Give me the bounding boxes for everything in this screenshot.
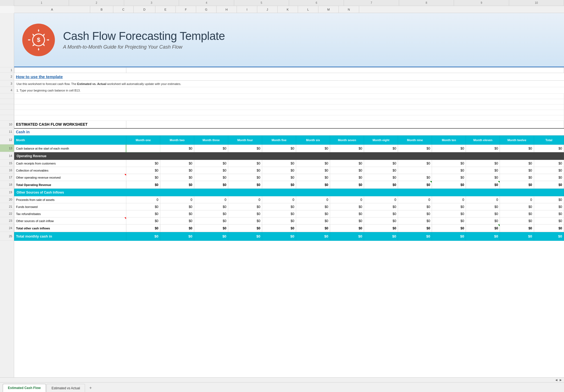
tax-4[interactable]: $0	[228, 210, 262, 217]
oi-3[interactable]: $0	[194, 217, 228, 225]
funds-4[interactable]: $0	[228, 203, 262, 210]
tax-10[interactable]: $0	[432, 210, 466, 217]
recv-9[interactable]	[398, 167, 432, 174]
proceeds-3[interactable]: 0	[194, 196, 228, 203]
funds-7[interactable]: $0	[330, 203, 364, 210]
other-rev-7[interactable]: $0	[330, 174, 364, 181]
balance-col9[interactable]: $0	[398, 145, 432, 152]
balance-col5[interactable]: $0	[262, 145, 296, 152]
proceeds-10[interactable]: 0	[432, 196, 466, 203]
receipts-12[interactable]: $0	[500, 160, 534, 167]
receipts-10[interactable]: $0	[432, 160, 466, 167]
other-rev-8[interactable]: $0	[364, 174, 398, 181]
oi-9[interactable]: $0	[398, 217, 432, 225]
oi-1[interactable]: $0	[126, 217, 160, 225]
other-rev-3[interactable]: $0	[194, 174, 228, 181]
funds-5[interactable]: $0	[262, 203, 296, 210]
other-rev-2[interactable]: $0	[160, 174, 194, 181]
receipts-3[interactable]: $0	[194, 160, 228, 167]
funds-11[interactable]: $0	[466, 203, 500, 210]
tax-5[interactable]: $0	[262, 210, 296, 217]
scroll-left-icon[interactable]: ◀	[555, 378, 557, 381]
tax-total[interactable]: $0	[534, 210, 564, 217]
oi-8[interactable]: $0	[364, 217, 398, 225]
scroll-right-icon[interactable]: ▶	[560, 378, 562, 381]
tax-12[interactable]: $0	[500, 210, 534, 217]
receipts-7[interactable]: $0	[330, 160, 364, 167]
receipts-5[interactable]: $0	[262, 160, 296, 167]
receipts-6[interactable]: $0	[296, 160, 330, 167]
recv-1[interactable]: $0	[126, 167, 160, 174]
other-rev-9[interactable]: $0	[398, 174, 432, 181]
other-rev-4[interactable]: $0	[228, 174, 262, 181]
funds-2[interactable]: $0	[160, 203, 194, 210]
tax-8[interactable]: $0	[364, 210, 398, 217]
receipts-1[interactable]: $0	[126, 160, 160, 167]
receipts-total[interactable]: $0	[534, 160, 564, 167]
oi-6[interactable]: $0	[296, 217, 330, 225]
balance-col11[interactable]: $0	[466, 145, 500, 152]
balance-total[interactable]: $0	[534, 145, 564, 152]
funds-1[interactable]: $0	[126, 203, 160, 210]
other-rev-5[interactable]: $0	[262, 174, 296, 181]
proceeds-6[interactable]: 0	[296, 196, 330, 203]
balance-col1[interactable]	[126, 145, 160, 152]
receipts-4[interactable]: $0	[228, 160, 262, 167]
other-rev-12[interactable]: $0	[500, 174, 534, 181]
other-rev-6[interactable]: $0	[296, 174, 330, 181]
proceeds-total[interactable]: $0	[534, 196, 564, 203]
tax-7[interactable]: $0	[330, 210, 364, 217]
recv-6[interactable]: $0	[296, 167, 330, 174]
tax-3[interactable]: $0	[194, 210, 228, 217]
proceeds-9[interactable]: 0	[398, 196, 432, 203]
other-rev-10[interactable]: $0	[432, 174, 466, 181]
funds-3[interactable]: $0	[194, 203, 228, 210]
oi-7[interactable]: $0	[330, 217, 364, 225]
balance-col3[interactable]: $0	[194, 145, 228, 152]
funds-total[interactable]: $0	[534, 203, 564, 210]
proceeds-5[interactable]: 0	[262, 196, 296, 203]
balance-col12[interactable]: $0	[500, 145, 534, 152]
recv-5[interactable]: $0	[262, 167, 296, 174]
oi-11[interactable]: $0	[466, 217, 500, 225]
receipts-2[interactable]: $0	[160, 160, 194, 167]
balance-col4[interactable]: $0	[228, 145, 262, 152]
recv-11[interactable]: $0	[466, 167, 500, 174]
proceeds-7[interactable]: 0	[330, 196, 364, 203]
recv-7[interactable]: $0	[330, 167, 364, 174]
proceeds-1[interactable]: 0	[126, 196, 160, 203]
balance-col8[interactable]: $0	[364, 145, 398, 152]
oi-12[interactable]: $0	[500, 217, 534, 225]
tab-estimated-cash-flow[interactable]: Estimated Cash Flow	[3, 384, 46, 392]
tax-1[interactable]: $0	[126, 210, 160, 217]
oi-4[interactable]: $0	[228, 217, 262, 225]
oi-total[interactable]: $0	[534, 217, 564, 225]
funds-12[interactable]: $0	[500, 203, 534, 210]
funds-9[interactable]: $0	[398, 203, 432, 210]
proceeds-8[interactable]: 0	[364, 196, 398, 203]
proceeds-11[interactable]: 0	[466, 196, 500, 203]
tax-2[interactable]: $0	[160, 210, 194, 217]
recv-2[interactable]: $0	[160, 167, 194, 174]
receipts-9[interactable]: $0	[398, 160, 432, 167]
tab-add-button[interactable]: +	[87, 385, 94, 391]
balance-col6[interactable]: $0	[296, 145, 330, 152]
receipts-11[interactable]: $0	[466, 160, 500, 167]
oi-10[interactable]: $0	[432, 217, 466, 225]
recv-4[interactable]: $0	[228, 167, 262, 174]
recv-8[interactable]: $0	[364, 167, 398, 174]
balance-col2[interactable]: $0	[160, 145, 194, 152]
balance-col7[interactable]: $0	[330, 145, 364, 152]
proceeds-12[interactable]: 0	[500, 196, 534, 203]
receipts-8[interactable]: $0	[364, 160, 398, 167]
tax-9[interactable]: $0	[398, 210, 432, 217]
recv-10[interactable]: $0	[432, 167, 466, 174]
recv-12[interactable]: $0	[500, 167, 534, 174]
funds-6[interactable]: $0	[296, 203, 330, 210]
recv-total[interactable]: $0	[534, 167, 564, 174]
funds-8[interactable]: $0	[364, 203, 398, 210]
oi-2[interactable]: $0	[160, 217, 194, 225]
proceeds-2[interactable]: 0	[160, 196, 194, 203]
tab-estimated-vs-actual[interactable]: Estimated vs Actual	[46, 384, 85, 392]
other-rev-1[interactable]: $0	[126, 174, 160, 181]
